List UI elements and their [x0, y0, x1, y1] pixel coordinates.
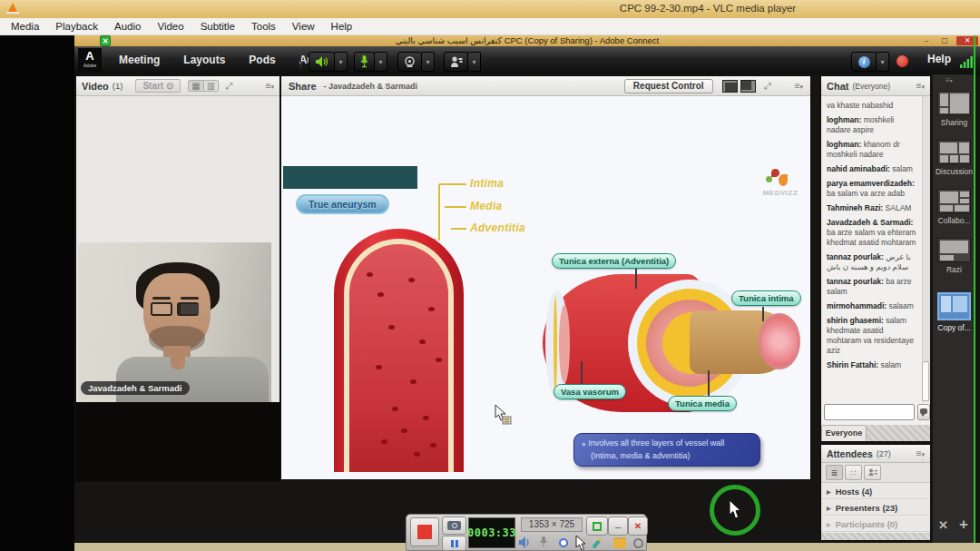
chat-send-button[interactable] — [917, 404, 930, 420]
vlc-menu-view[interactable]: View — [284, 21, 323, 32]
layouts-menu-icon[interactable]: ≡▾ — [946, 76, 953, 84]
attendee-grid-view-button[interactable]: ∷ — [845, 465, 862, 480]
webcam-dropdown[interactable]: ▾ — [421, 52, 435, 72]
attendee-group-hosts[interactable]: ▶ Hosts (4) — [821, 485, 930, 499]
info-button[interactable]: i — [851, 52, 877, 72]
recorder-close-button[interactable]: ✕ — [628, 517, 648, 536]
attendee-group-participants[interactable]: ▶ Participants (0) — [821, 517, 930, 532]
vlc-titlebar[interactable]: CPC 99-2-30.mp4 - VLC media player — [0, 0, 980, 18]
recorder-region-button[interactable] — [586, 517, 608, 536]
vlc-menu-playback[interactable]: Playback — [47, 21, 106, 32]
attendee-group-presenters[interactable]: ▶ Presenters (23) — [821, 501, 930, 516]
filmstrip-view-button[interactable]: ▥ — [204, 80, 219, 92]
recorder-pause-button[interactable] — [442, 536, 466, 551]
connect-maximize-button[interactable]: ▢ — [936, 36, 953, 45]
chat-pod-menu-icon[interactable]: ≡▾ — [916, 81, 925, 91]
medvizz-logo-shape — [771, 169, 779, 177]
recorder-speaker-icon[interactable] — [519, 536, 532, 548]
vlc-menu-audio[interactable]: Audio — [106, 21, 149, 32]
dropdown-icon: ▾ — [921, 451, 925, 458]
grid-view-button[interactable]: ▦ — [188, 80, 203, 92]
speaker-button[interactable] — [309, 52, 335, 72]
video-pod-fullscreen-icon[interactable]: ⤢ — [225, 81, 232, 92]
attendees-menu-icon[interactable]: ≡▾ — [916, 448, 925, 458]
attendees-toolbar: ≣ ∷ — [821, 463, 930, 483]
capture-region-close-icon[interactable]: ✕ — [100, 35, 111, 46]
vlc-menu-help[interactable]: Help — [323, 21, 361, 32]
vlc-menu-video[interactable]: Video — [149, 21, 191, 32]
leader-line — [439, 183, 466, 185]
video-pod-title: Video — [82, 81, 109, 92]
speaker-dropdown[interactable]: ▾ — [334, 52, 348, 72]
microphone-dropdown[interactable]: ▾ — [374, 52, 387, 72]
vlc-menu-tools[interactable]: Tools — [243, 21, 284, 32]
attendees-resize-strip — [821, 533, 930, 540]
layout-label-sharing: Sharing — [933, 118, 975, 127]
attendees-pod-title: Attendees — [827, 448, 873, 459]
vlc-menubar: Media Playback Audio Video Subtitle Tool… — [0, 18, 980, 35]
chat-sender: Javadzadeh & Sarmadi: — [827, 218, 913, 227]
chat-message: tannaz pourlak: با عرض سلام دویم و هسته … — [827, 252, 918, 272]
layout-delete-icon[interactable]: ✕ — [938, 518, 948, 532]
banner-line-1: ◆ Involves all three layers of vessel wa… — [582, 438, 752, 450]
video-pod-menu-icon[interactable]: ≡▾ — [266, 81, 274, 91]
slide-title-bar — [283, 166, 417, 189]
callout-vasa-vasorum: Vasa vasorum — [554, 384, 626, 399]
chat-sender: tannaz pourlak: — [827, 252, 884, 261]
layout-add-icon[interactable]: + — [959, 516, 968, 534]
pause-icon — [451, 540, 454, 547]
vlc-window-title: CPC 99-2-30.mp4 - VLC media player — [454, 3, 962, 14]
connect-menu: Meeting Layouts Pods Audio — [107, 46, 342, 74]
layout-thumb-collaboration[interactable] — [937, 189, 971, 213]
connect-help-link[interactable]: Help — [927, 53, 951, 65]
connect-menu-pods[interactable]: Pods — [237, 46, 287, 74]
attendee-status-view-button[interactable] — [864, 465, 881, 480]
medvizz-logo-shape — [779, 174, 788, 186]
webcam-video: Javadzadeh & Sarmadi — [78, 242, 271, 402]
vlc-menu-subtitle[interactable]: Subtitle — [192, 21, 243, 32]
capture-region-border — [974, 35, 975, 543]
layout-thumb-discussion[interactable] — [937, 140, 971, 164]
chat-input[interactable] — [824, 404, 915, 420]
recorder-record-icon[interactable] — [559, 538, 568, 547]
dropdown-icon: ▾ — [921, 84, 925, 90]
recorder-settings-icon[interactable] — [633, 538, 643, 548]
microphone-button[interactable] — [354, 52, 375, 72]
layout-thumb-copy-of-sharing[interactable] — [937, 292, 971, 320]
recorder-folder-icon[interactable] — [613, 539, 626, 548]
chat-message: Tahmineh Razi: SALAM — [827, 203, 918, 213]
start-webcam-button[interactable]: Start ⊙ — [135, 79, 181, 93]
chat-scrollbar-thumb[interactable] — [922, 361, 929, 401]
recorder-stop-button[interactable] — [410, 517, 439, 546]
webcam-button[interactable] — [397, 52, 422, 72]
raise-hand-dropdown[interactable]: ▾ — [467, 52, 481, 72]
request-control-button[interactable]: Request Control — [624, 79, 713, 93]
connect-menu-layouts[interactable]: Layouts — [172, 46, 237, 74]
layout-thumb-razi[interactable] — [937, 238, 971, 262]
share-pod-header: Share - Javadzadeh & Sarmadi Request Con… — [281, 76, 810, 96]
banner-line-2: (Intima, media & adventitia) — [582, 450, 752, 462]
connect-minimize-button[interactable]: – — [918, 36, 935, 45]
recorder-mic-icon[interactable] — [539, 536, 548, 548]
attendee-list-view-button[interactable]: ≣ — [826, 465, 843, 480]
chat-sender: shirin ghasemi: — [827, 316, 884, 325]
leader-line — [445, 206, 466, 208]
vlc-menu-media[interactable]: Media — [3, 21, 47, 32]
share-fullscreen-icon[interactable]: ⤢ — [764, 81, 771, 92]
connect-menu-meeting[interactable]: Meeting — [107, 46, 172, 74]
chat-tab-everyone[interactable]: Everyone — [821, 425, 867, 441]
chat-sender: nahid aminabadi: — [827, 164, 890, 173]
pod-view-icon[interactable] — [722, 80, 738, 93]
chat-pod-scope: (Everyone) — [852, 82, 890, 91]
layout-thumb-sharing[interactable] — [937, 91, 971, 115]
recorder-minimize-button[interactable]: – — [608, 517, 628, 536]
presenter-view-icon[interactable] — [740, 80, 756, 93]
stop-icon — [417, 525, 432, 539]
info-dropdown[interactable]: ▾ — [876, 52, 889, 72]
chat-scrollbar-track[interactable] — [922, 96, 930, 402]
recorder-screenshot-button[interactable] — [442, 517, 466, 535]
share-pod-menu-icon[interactable]: ≡▾ — [795, 81, 803, 91]
attendees-count: (27) — [877, 449, 891, 458]
raise-hand-button[interactable] — [444, 52, 468, 72]
recorder-cursor-icon[interactable] — [575, 536, 586, 550]
